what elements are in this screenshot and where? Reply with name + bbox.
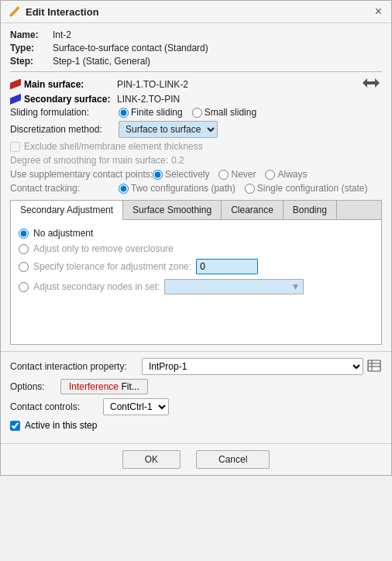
selectively-radio[interactable] xyxy=(153,170,163,180)
tolerance-input[interactable] xyxy=(196,259,258,274)
specify-tolerance-row: Specify tolerance for adjustment zone: xyxy=(19,259,373,274)
svg-marker-2 xyxy=(363,78,380,88)
active-checkbox[interactable] xyxy=(10,421,20,431)
small-sliding-radio[interactable] xyxy=(192,108,202,118)
single-config-label: Single configuration (state) xyxy=(257,183,368,194)
dialog-body: Name: Int-2 Type: Surface-to-surface con… xyxy=(1,23,391,351)
exclude-shell-row: Exclude shell/membrane element thickness xyxy=(10,141,382,152)
cancel-button[interactable]: Cancel xyxy=(196,450,270,469)
adjust-remove-row: Adjust only to remove overclosure xyxy=(19,243,373,254)
no-adjustment-radio[interactable] xyxy=(19,229,29,239)
active-label: Active in this step xyxy=(25,420,97,431)
dialog-footer: OK Cancel xyxy=(1,443,391,475)
adjust-nodes-radio[interactable] xyxy=(19,282,29,292)
step-row: Step: Step-1 (Static, General) xyxy=(10,56,382,67)
type-value: Surface-to-surface contact (Standard) xyxy=(53,43,208,53)
titlebar-left: Edit Interaction xyxy=(9,5,99,18)
surface-actions xyxy=(360,77,382,91)
active-row: Active in this step xyxy=(10,420,382,431)
main-surface-value: PIN-1.TO-LINK-2 xyxy=(117,79,188,90)
two-config-label: Two configurations (path) xyxy=(131,183,236,194)
contact-controls-label: Contact controls: xyxy=(10,401,103,412)
dialog-titlebar: Edit Interaction × xyxy=(1,1,391,23)
discretization-row: Discretization method: Surface to surfac… xyxy=(10,121,382,138)
contact-controls-select[interactable]: ContCtrl-1 xyxy=(103,398,169,415)
never-radio[interactable] xyxy=(218,170,229,180)
single-config-radio[interactable] xyxy=(245,184,255,194)
never-label: Never xyxy=(231,169,256,180)
adjust-remove-label: Adjust only to remove overclosure xyxy=(33,243,174,254)
type-label: Type: xyxy=(10,43,53,53)
surface-action-btn[interactable] xyxy=(360,77,382,91)
dialog-title: Edit Interaction xyxy=(26,6,99,18)
smoothing-label: Degree of smoothing for main surface: xyxy=(10,155,168,166)
sliding-label: Sliding formulation: xyxy=(10,107,119,118)
sliding-row: Sliding formulation: Finite sliding Smal… xyxy=(10,107,382,118)
adjust-nodes-label: Adjust secondary nodes in set: xyxy=(33,281,160,292)
small-sliding-option[interactable]: Small sliding xyxy=(192,107,256,118)
tracking-label: Contact tracking: xyxy=(10,183,119,194)
single-config-option[interactable]: Single configuration (state) xyxy=(245,183,368,194)
edit-icon xyxy=(9,5,21,18)
small-sliding-label: Small sliding xyxy=(205,107,256,118)
step-label: Step: xyxy=(10,56,53,67)
exclude-shell-label: Exclude shell/membrane element thickness xyxy=(24,141,203,152)
tab-bonding[interactable]: Bonding xyxy=(284,201,337,219)
divider-1 xyxy=(10,71,382,72)
no-adjustment-row: No adjustment xyxy=(19,228,373,239)
secondary-surface-row: Secondary surface: LINK-2.TO-PIN xyxy=(10,94,382,105)
interference-fit-button[interactable]: Interference Fit... xyxy=(60,379,148,394)
tabs-header: Secondary Adjustment Surface Smoothing C… xyxy=(11,201,381,220)
selectively-option[interactable]: Selectively xyxy=(153,169,209,180)
tabs-content: No adjustment Adjust only to remove over… xyxy=(11,220,381,344)
contact-property-select[interactable]: IntProp-1 xyxy=(142,358,363,375)
selectively-label: Selectively xyxy=(165,169,209,180)
contact-property-row: Contact interaction property: IntProp-1 xyxy=(10,358,382,375)
contact-property-label: Contact interaction property: xyxy=(10,361,142,372)
property-icon xyxy=(367,360,381,372)
always-radio[interactable] xyxy=(265,170,275,180)
finite-sliding-radio[interactable] xyxy=(119,108,129,118)
never-option[interactable]: Never xyxy=(218,169,256,180)
svg-rect-3 xyxy=(368,360,380,371)
supplementary-radio-group: Selectively Never Always xyxy=(153,169,307,180)
tabs-container: Secondary Adjustment Surface Smoothing C… xyxy=(10,200,382,345)
supplementary-label: Use supplementary contact points: xyxy=(10,169,153,180)
discretization-select[interactable]: Surface to surface Node to surface xyxy=(119,121,218,138)
interference-fit-rest: Fit... xyxy=(119,381,139,392)
step-value: Step-1 (Static, General) xyxy=(53,56,150,67)
always-label: Always xyxy=(277,169,307,180)
adjust-remove-radio[interactable] xyxy=(19,244,29,254)
secondary-surface-icon xyxy=(10,94,21,105)
exclude-shell-checkbox[interactable] xyxy=(10,142,20,152)
two-config-radio[interactable] xyxy=(119,184,129,194)
two-config-option[interactable]: Two configurations (path) xyxy=(119,183,236,194)
tab-surface-smoothing[interactable]: Surface Smoothing xyxy=(123,201,222,219)
finite-sliding-option[interactable]: Finite sliding xyxy=(119,107,183,118)
tracking-radio-group: Two configurations (path) Single configu… xyxy=(119,183,368,194)
secondary-surface-value: LINK-2.TO-PIN xyxy=(117,94,180,105)
adjust-nodes-dropdown[interactable]: ▼ xyxy=(164,279,304,294)
supplementary-row: Use supplementary contact points: Select… xyxy=(10,169,382,180)
bottom-section: Contact interaction property: IntProp-1 … xyxy=(1,351,391,443)
surface-arrows-icon xyxy=(363,77,380,88)
name-value: Int-2 xyxy=(53,29,71,40)
smoothing-value: 0.2 xyxy=(171,155,184,166)
contact-property-icon-btn[interactable] xyxy=(366,359,382,375)
main-surface-icon xyxy=(10,79,21,90)
tab-clearance[interactable]: Clearance xyxy=(222,201,284,219)
smoothing-row: Degree of smoothing for main surface: 0.… xyxy=(10,155,382,166)
specify-tolerance-radio[interactable] xyxy=(19,262,29,272)
always-option[interactable]: Always xyxy=(265,169,307,180)
main-surface-row: Main surface: PIN-1.TO-LINK-2 xyxy=(10,77,382,91)
name-label: Name: xyxy=(10,29,53,40)
ok-button[interactable]: OK xyxy=(122,450,181,469)
tab-secondary-adjustment[interactable]: Secondary Adjustment xyxy=(11,201,123,220)
contact-controls-row: Contact controls: ContCtrl-1 xyxy=(10,398,382,415)
discretization-label: Discretization method: xyxy=(10,124,119,135)
svg-marker-0 xyxy=(10,9,18,16)
options-row: Options: Interference Fit... xyxy=(10,379,382,394)
close-button[interactable]: × xyxy=(373,5,383,18)
adjust-nodes-row: Adjust secondary nodes in set: ▼ xyxy=(19,279,373,294)
sliding-radio-group: Finite sliding Small sliding xyxy=(119,107,256,118)
